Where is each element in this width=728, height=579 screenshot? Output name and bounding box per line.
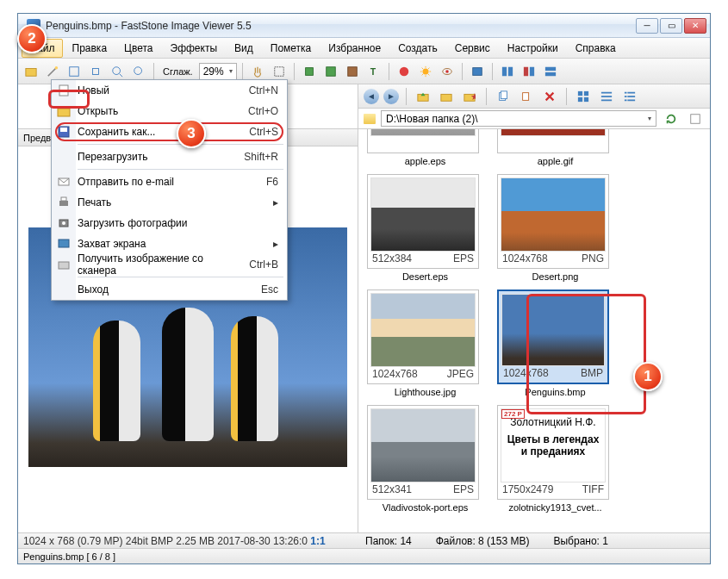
menu-effects[interactable]: Эффекты (163, 39, 226, 58)
minimize-button[interactable]: ─ (636, 18, 658, 34)
menu-settings[interactable]: Настройки (500, 39, 566, 58)
menu-reload[interactable]: ПерезагрузитьShift+R (52, 146, 287, 167)
text-icon[interactable]: T (364, 62, 383, 81)
svg-rect-6 (274, 66, 283, 76)
svg-rect-28 (523, 92, 529, 100)
svg-rect-30 (584, 90, 588, 95)
menu-upload[interactable]: Загрузить фотографии (52, 213, 287, 233)
menu-email[interactable]: Отправить по e-mailF6 (52, 171, 287, 192)
path-input[interactable]: D:\Новая папка (2)\ (381, 110, 656, 127)
status-selected: Выбрано: 1 (553, 535, 608, 547)
back-button[interactable]: ◄ (364, 89, 379, 104)
status-bar: 1024 x 768 (0.79 MP) 24bit BMP 2.25 MB 2… (18, 532, 710, 548)
file-bar: Penguins.bmp [ 6 / 8 ] (18, 548, 710, 563)
zoom-combo[interactable]: 29% (199, 63, 237, 80)
menu-save-as[interactable]: Сохранить как...Ctrl+S (52, 121, 287, 142)
svg-rect-32 (584, 96, 588, 101)
refresh-icon[interactable] (662, 109, 681, 128)
svg-rect-18 (524, 66, 528, 76)
canvas-icon[interactable] (343, 62, 362, 81)
svg-rect-42 (691, 114, 700, 123)
svg-rect-43 (59, 85, 68, 96)
thumbnail[interactable]: 1024x768PNG (497, 174, 609, 269)
menu-capture[interactable]: Захват экрана▸ (52, 233, 287, 254)
forward-button[interactable]: ► (383, 89, 399, 104)
layout1-icon[interactable] (498, 62, 517, 81)
layout2-icon[interactable] (520, 62, 538, 81)
menu-scan[interactable]: Получить изображение со сканераCtrl+B (52, 254, 287, 275)
menu-mark[interactable]: Пометка (263, 39, 320, 58)
filter-icon[interactable] (686, 109, 705, 128)
delete-icon[interactable] (540, 87, 559, 106)
folder-icon[interactable] (22, 62, 40, 81)
slideshow-icon[interactable] (468, 62, 487, 81)
svg-rect-46 (60, 128, 67, 132)
menu-help[interactable]: Справка (568, 39, 624, 58)
maximize-button[interactable]: ▭ (660, 18, 682, 34)
thumbnail[interactable] (367, 129, 479, 153)
zoom-fit-icon[interactable] (65, 62, 84, 81)
copy-icon[interactable] (494, 87, 513, 106)
crop-icon[interactable] (300, 62, 319, 81)
menu-colors[interactable]: Цвета (116, 39, 160, 58)
svg-rect-9 (347, 66, 357, 76)
svg-rect-20 (545, 66, 556, 70)
new-folder-icon[interactable] (437, 87, 456, 106)
redeye-icon[interactable] (438, 62, 457, 81)
svg-point-12 (422, 68, 428, 74)
brightness-icon[interactable] (416, 62, 435, 81)
callout-2: 2 (17, 24, 47, 53)
smooth-label: Сглаж. (159, 66, 196, 77)
view-thumbs-icon[interactable] (574, 87, 593, 106)
svg-rect-33 (601, 91, 612, 93)
thumbnail-grid[interactable]: apple.eps apple.gif 512x384EPSDesert.eps… (358, 129, 710, 548)
up-folder-icon[interactable] (414, 87, 432, 106)
svg-point-51 (62, 221, 65, 225)
zoom-out-icon[interactable] (129, 62, 148, 81)
zoom-in-icon[interactable] (108, 62, 127, 81)
thumbnail[interactable]: 512x384EPS (367, 174, 479, 269)
menu-new[interactable]: НовыйCtrl+N (52, 80, 287, 101)
wand-icon[interactable] (43, 62, 62, 81)
menu-print[interactable]: Печать▸ (52, 192, 287, 213)
folder-icon (364, 114, 376, 124)
resize-icon[interactable] (321, 62, 340, 81)
svg-rect-35 (601, 99, 612, 101)
menu-favorites[interactable]: Избранное (320, 39, 389, 58)
svg-rect-34 (601, 96, 612, 97)
move-icon[interactable] (517, 87, 536, 106)
menu-create[interactable]: Создать (390, 39, 445, 58)
zoom-actual-icon[interactable] (86, 62, 105, 81)
hand-icon[interactable] (248, 62, 267, 81)
view-details-icon[interactable] (620, 87, 639, 106)
thumbnail[interactable]: 272 PЗолотницкий Н.Ф.Цветы в легендахи п… (497, 405, 609, 500)
menu-exit[interactable]: ВыходEsc (52, 279, 287, 300)
callout-1: 1 (633, 362, 663, 391)
thumbnail[interactable]: 512x341EPS (367, 405, 479, 500)
menu-service[interactable]: Сервис (447, 39, 498, 58)
callout-3: 3 (177, 119, 206, 148)
menu-view[interactable]: Вид (227, 39, 261, 58)
svg-rect-3 (93, 68, 99, 74)
close-button[interactable]: ✕ (684, 18, 706, 34)
svg-rect-29 (578, 90, 582, 95)
thumbnail[interactable] (497, 129, 609, 153)
thumbnail[interactable]: 1024x768JPEG (367, 290, 479, 384)
fav-folder-icon[interactable]: ★ (460, 87, 479, 106)
layout3-icon[interactable] (541, 62, 560, 81)
svg-point-14 (445, 70, 449, 73)
thumbnail-selected[interactable]: 1024x768BMP (497, 290, 609, 384)
view-list-icon[interactable] (597, 87, 616, 106)
svg-text:T: T (370, 66, 376, 77)
menu-open[interactable]: ОткрытьCtrl+O (52, 101, 287, 121)
color-icon[interactable] (395, 62, 414, 81)
svg-rect-52 (59, 240, 69, 247)
svg-rect-21 (545, 72, 556, 75)
svg-rect-37 (627, 91, 635, 93)
svg-rect-27 (501, 90, 507, 98)
menu-edit[interactable]: Правка (65, 39, 115, 58)
svg-rect-39 (627, 96, 635, 97)
svg-rect-19 (530, 66, 534, 76)
titlebar: Penguins.bmp - FastStone Image Viewer 5.… (18, 14, 710, 38)
select-icon[interactable] (270, 62, 289, 81)
